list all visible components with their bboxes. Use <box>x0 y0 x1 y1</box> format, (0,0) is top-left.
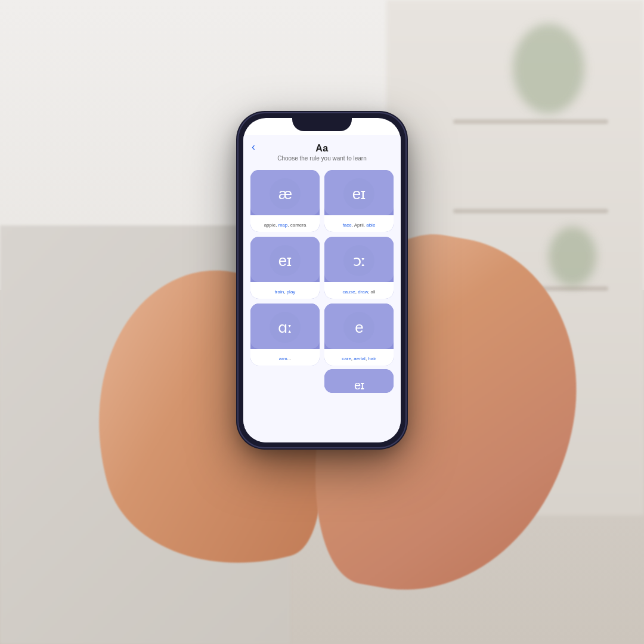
card-ae-examples: apple, map, camera <box>264 222 306 228</box>
card-aa-arm-bottom: arm... <box>250 349 320 366</box>
card-e-care-symbol: e <box>355 316 363 339</box>
card-ei-face-symbol: eɪ <box>352 182 366 205</box>
phone-screen: ‹ Aa Choose the rule you want to learn æ <box>243 118 401 442</box>
card-aa-arm[interactable]: ɑː arm... <box>250 304 320 366</box>
card-ei-partial-inner: eɪ <box>324 369 394 393</box>
cards-grid-partial: eɪ <box>243 369 401 393</box>
notch <box>292 118 352 131</box>
card-aa-arm-examples: arm... <box>279 356 291 361</box>
card-ae[interactable]: æ apple, map, camera <box>250 170 320 232</box>
phone-frame: ‹ Aa Choose the rule you want to learn æ <box>239 113 405 447</box>
screen-content: ‹ Aa Choose the rule you want to learn æ <box>243 135 401 442</box>
card-oo-cause[interactable]: ɔː cause, draw, all <box>324 237 394 299</box>
screen-subtitle: Choose the rule you want to learn <box>255 155 389 162</box>
card-e-care-bottom: care, aerial, hair <box>324 349 394 366</box>
card-ei-face-examples: face, April, able <box>343 222 376 228</box>
card-oo-cause-inner: ɔː <box>324 237 394 282</box>
card-oo-cause-bottom: cause, draw, all <box>324 282 394 299</box>
card-aa-arm-symbol: ɑː <box>278 316 292 339</box>
card-e-care[interactable]: e care, aerial, hair <box>324 304 394 366</box>
screen-title: Aa <box>255 143 389 154</box>
card-ei-face[interactable]: eɪ face, April, able <box>324 170 394 232</box>
phone-scene: ‹ Aa Choose the rule you want to learn æ <box>143 83 501 561</box>
card-oo-cause-symbol: ɔː <box>353 249 366 272</box>
back-button[interactable]: ‹ <box>252 141 255 153</box>
card-oo-cause-examples: cause, draw, all <box>342 289 375 295</box>
card-ei-partial-symbol: eɪ <box>354 374 364 393</box>
card-oo-cause-circle: ɔː <box>343 245 374 276</box>
card-ei-train-symbol: eɪ <box>278 249 292 272</box>
card-ei-face-inner: eɪ <box>324 170 394 215</box>
card-ei-face-bottom: face, April, able <box>324 215 394 232</box>
card-e-care-inner: e <box>324 304 394 349</box>
card-ei-train-examples: train, play <box>275 289 296 295</box>
card-ae-bottom: apple, map, camera <box>250 215 320 232</box>
card-e-care-circle: e <box>343 312 374 343</box>
plant-2-icon <box>549 227 596 286</box>
card-ei-train-inner: eɪ <box>250 237 320 282</box>
card-e-care-examples: care, aerial, hair <box>342 356 376 361</box>
card-ae-inner: æ <box>250 170 320 215</box>
screen-header: Aa Choose the rule you want to learn <box>243 135 401 166</box>
card-partial-placeholder <box>250 369 320 387</box>
card-aa-arm-inner: ɑː <box>250 304 320 349</box>
card-ei-train[interactable]: eɪ train, play <box>250 237 320 299</box>
phone: ‹ Aa Choose the rule you want to learn æ <box>239 113 405 447</box>
card-ei-partial[interactable]: eɪ <box>324 369 394 393</box>
cards-grid: æ apple, map, camera <box>243 166 401 369</box>
card-ei-face-circle: eɪ <box>343 178 374 209</box>
card-ei-train-bottom: train, play <box>250 282 320 299</box>
card-ae-symbol: æ <box>278 182 292 205</box>
card-aa-arm-circle: ɑː <box>270 312 301 343</box>
card-ei-train-circle: eɪ <box>270 245 301 276</box>
card-ae-circle: æ <box>270 178 301 209</box>
plant-1-icon <box>513 24 584 113</box>
